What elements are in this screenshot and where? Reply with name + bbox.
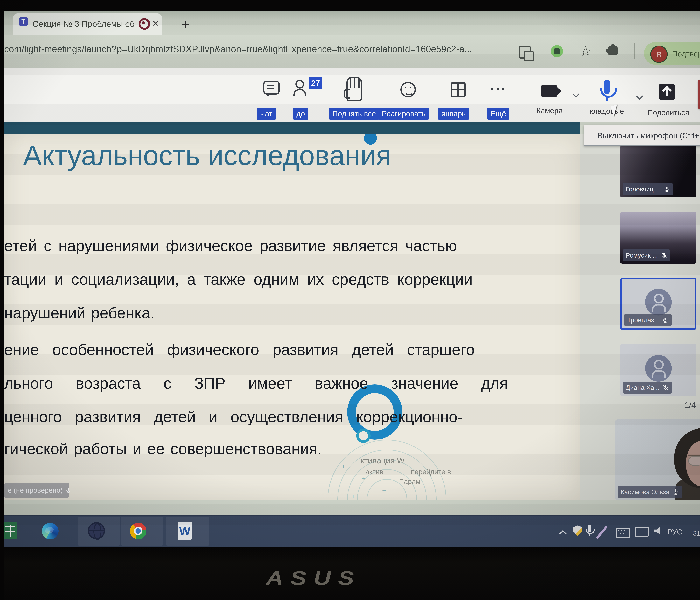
profile-verify-label: Подтвердите, что это вы xyxy=(672,49,700,58)
mic-icon xyxy=(672,489,679,495)
slide-text-line: етей с нарушениями физическое развитие я… xyxy=(4,237,457,255)
camera-icon[interactable] xyxy=(541,85,557,97)
more-options-icon[interactable]: ⋯ xyxy=(489,78,507,98)
participant-name-label: Касимова Эльза xyxy=(618,486,682,498)
chat-icon[interactable] xyxy=(263,80,280,95)
default-avatar-icon xyxy=(645,355,672,382)
slide-text-line: льного возраста с ЗПР имеет важное значе… xyxy=(4,374,508,392)
time-text: 14:07 xyxy=(690,519,700,527)
react-label: Реагировать xyxy=(379,107,429,120)
windows-activation-watermark: Парам xyxy=(399,478,421,486)
mic-icon xyxy=(662,317,669,323)
presentation-header-bar xyxy=(4,122,580,134)
participant-video xyxy=(688,455,700,465)
tray-mic-icon-stem xyxy=(589,534,590,536)
slide-logo-dot xyxy=(356,429,371,443)
spotlight-video-tile[interactable]: Касимова Эльза xyxy=(615,419,700,500)
date-text: 31.03.2026 xyxy=(690,529,700,537)
translate-icon[interactable] xyxy=(519,46,531,58)
participant-name: Касимова Эльза xyxy=(621,488,670,496)
windows-activation-watermark: перейдите в xyxy=(411,468,451,476)
participant-name: Головчиц ... xyxy=(626,186,661,193)
participant-tile[interactable]: Головчиц ... xyxy=(620,146,697,197)
excel-icon[interactable] xyxy=(4,522,17,539)
participant-name: Троеглаз... xyxy=(627,316,659,324)
slide-plus-mark: + xyxy=(351,492,355,500)
mic-icon xyxy=(65,487,72,494)
share-label: Поделиться xyxy=(648,108,687,117)
self-name-label: е (не проверено) xyxy=(4,483,70,498)
view-label: январь xyxy=(438,107,469,120)
profile-avatar: R xyxy=(650,46,668,63)
presentation-slide: Актуальность исследования етей с нарушен… xyxy=(4,134,580,500)
participant-tile[interactable]: Троеглаз... xyxy=(620,278,697,330)
mic-icon xyxy=(664,186,670,192)
mic-tooltip: Выключить микрофон (Ctrl+Shift+M) xyxy=(584,125,700,146)
raise-hand-icon[interactable] xyxy=(347,77,362,101)
network-display-icon[interactable] xyxy=(635,527,649,537)
tab-close-icon[interactable]: ✕ xyxy=(152,18,159,28)
slide-text-line: нарушений ребенка. xyxy=(4,304,155,322)
laptop-brand-logo: ASUS xyxy=(266,567,361,590)
taskbar-clock[interactable]: 14:07 31.03.2026 xyxy=(690,519,700,537)
slide-title: Актуальность исследования xyxy=(23,139,391,172)
word-icon[interactable]: W xyxy=(178,522,192,540)
self-name-text: е (не проверено) xyxy=(8,486,63,495)
camera-label: Камера xyxy=(532,106,567,115)
teams-favicon: T xyxy=(19,17,28,26)
edge-icon[interactable] xyxy=(42,523,58,539)
toolbar-divider xyxy=(634,43,635,59)
participant-name-label: Троеглаз... xyxy=(624,314,672,326)
chrome-icon[interactable] xyxy=(130,523,146,539)
touch-keyboard-icon[interactable] xyxy=(616,528,630,538)
participant-name-label: Головчиц ... xyxy=(623,183,673,195)
participant-name-label: Диана Ха... xyxy=(623,382,672,393)
extensions-puzzle-icon[interactable] xyxy=(608,46,618,55)
react-smiley-icon[interactable] xyxy=(400,82,416,97)
toolbar-divider xyxy=(519,78,519,112)
laptop-bezel-left xyxy=(0,0,4,600)
mic-off-icon xyxy=(661,252,667,259)
participants-icon[interactable] xyxy=(293,80,305,98)
extension-lens-icon[interactable] xyxy=(551,45,563,57)
slide-plus-mark: + xyxy=(362,475,366,482)
slide-text-line: тации и социализации, а также одним их с… xyxy=(4,270,473,288)
slide-text-line: ение особенностей физического развития д… xyxy=(4,341,475,359)
new-tab-button[interactable]: + xyxy=(181,16,190,32)
participant-name: Ромусик ... xyxy=(626,251,658,259)
leave-button[interactable] xyxy=(698,79,700,109)
globe-browser-icon[interactable] xyxy=(88,522,105,539)
mic-icon-stem xyxy=(606,97,608,101)
participant-tile[interactable]: Ромусик ... xyxy=(620,212,697,264)
participants-page-indicator: 1/4 xyxy=(684,400,696,410)
participant-name: Диана Ха... xyxy=(626,384,659,391)
windows-activation-watermark: ктивация W xyxy=(360,456,405,465)
view-grid-icon[interactable] xyxy=(451,82,466,97)
default-avatar-icon xyxy=(645,289,672,315)
tab-title: Секция № 3 Проблемы об xyxy=(32,19,135,29)
recording-indicator-icon xyxy=(139,18,150,30)
slide-text-line: ценного развития детей и осуществления к… xyxy=(4,408,463,426)
raise-hand-label: Поднять все xyxy=(329,107,379,120)
mic-off-icon xyxy=(662,384,669,391)
laptop-bezel-top xyxy=(0,0,700,11)
more-label: Ещё xyxy=(488,107,509,120)
participants-count-badge: 27 xyxy=(309,77,322,89)
participant-name-label: Ромусик ... xyxy=(623,249,670,261)
participants-label: до xyxy=(293,107,308,120)
chat-label: Чат xyxy=(257,107,276,120)
share-screen-icon[interactable] xyxy=(659,84,675,100)
url-text[interactable]: com/light-meetings/launch?p=UkDrjbmIzfSD… xyxy=(4,44,489,54)
bookmark-star-icon[interactable]: ☆ xyxy=(580,43,592,59)
windows-activation-watermark: актив xyxy=(366,468,383,476)
mic-label: кладовые xyxy=(586,107,627,115)
slide-plus-mark: + xyxy=(382,487,386,494)
language-indicator[interactable]: РУС xyxy=(668,528,682,536)
participant-tile[interactable]: Диана Ха... xyxy=(620,344,697,396)
slide-text-line: гической работы и ее совершенствования. xyxy=(4,440,322,458)
slide-plus-mark: + xyxy=(342,463,345,471)
